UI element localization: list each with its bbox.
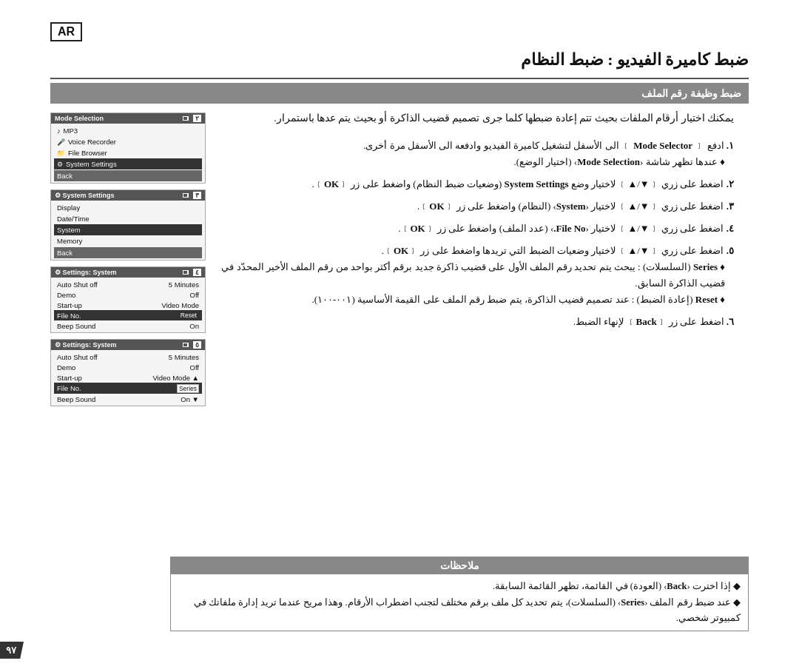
step-num-4: ٥: [193, 341, 201, 349]
device-screen-4: ⚙ Settings: System ٥ Auto Shut off 5 Min…: [50, 339, 206, 406]
step-4: ٤. اضغط على زري ﹝▼/▲﹞ لاختيار ‹File No.›…: [213, 221, 734, 237]
menu-voice: 🎤 Voice Recorder: [54, 136, 202, 147]
menu-back-1: Back: [54, 170, 202, 181]
notes-line-1: ◆ إذا اخترت ‹Back› (العودة) في القائمة، …: [178, 579, 741, 594]
menu-mp3: ♪ MP3: [54, 125, 202, 136]
fileno-label-3: File No.: [57, 312, 81, 320]
row-autoshutoff-3: Auto Shut off 5 Minutes: [54, 279, 202, 289]
folder-icon: 📁: [57, 149, 65, 157]
screen1-body: ♪ MP3 🎤 Voice Recorder 📁 File Browser ⚙ …: [51, 124, 205, 183]
device-header-4: ⚙ Settings: System ٥: [51, 340, 205, 350]
step-6: ٦. اضغط على زر ﹝Back﹞ لإنهاء الضبط.: [213, 314, 734, 330]
section-header-text: ضبط وظيفة رقم الملف: [641, 87, 742, 100]
fileno-val-3: Reset: [178, 312, 199, 320]
intro-text: يمكنك اختيار أرقام الملفات بحيث تتم إعاد…: [213, 110, 734, 127]
row-startup-3: Start-up Video Mode: [54, 300, 202, 310]
row-startup-4: Start-up Video Mode ▲: [54, 372, 202, 383]
row-demo-4: Demo Off: [54, 362, 202, 372]
batt-icon-3: [182, 269, 189, 275]
mem-icon-2: [173, 192, 181, 198]
startup-val-4: Video Mode ▲: [152, 374, 199, 382]
autoshutoff-val-3: 5 Minutes: [169, 280, 199, 289]
menu-back-2: Back: [54, 247, 202, 258]
device-screen-2: ⚙ System Settings ٣ Display Date/Time Sy…: [50, 189, 206, 261]
beep-label-3: Beep Sound: [57, 322, 95, 330]
screen4-title: ⚙ Settings: System: [55, 341, 117, 349]
step-5-sub1: ♦ Series (السلسلات) : يبحث يتم تحديد رقم…: [213, 259, 734, 292]
autoshutoff-val-4: 5 Minutes: [169, 353, 199, 361]
screen1-title: Mode Selection: [55, 115, 104, 122]
step-2: ٢. اضغط على زري ﹝▼/▲﹞ لاختيار وضع System…: [213, 176, 734, 192]
menu-memory: Memory: [54, 235, 202, 246]
beep-val-3: On: [189, 322, 199, 330]
step-num-1: ٢: [193, 115, 201, 122]
step-6-line: ٦. اضغط على زر ﹝Back﹞ لإنهاء الضبط.: [213, 314, 734, 330]
beep-label-4: Beep Sound: [57, 395, 95, 403]
batt-icon: [182, 115, 189, 121]
fileno-label-4: File No.: [57, 384, 81, 393]
title-divider: [50, 78, 749, 79]
row-fileno-3: File No. Reset: [54, 310, 202, 320]
startup-label-3: Start-up: [57, 301, 82, 309]
mem-icon-3: [173, 269, 181, 275]
mem-icon: [173, 115, 181, 121]
screen3-title: ⚙ Settings: System: [55, 269, 117, 276]
step-3: ٣. اضغط على زري ﹝▼/▲﹞ لاختيار ‹System› (…: [213, 198, 734, 215]
menu-datetime: Date/Time: [54, 213, 202, 224]
row-fileno-4: File No. Series: [54, 383, 202, 394]
startup-label-4: Start-up: [57, 374, 82, 382]
batt-icon-2: [182, 192, 189, 198]
autoshutoff-label-4: Auto Shut off: [57, 353, 98, 361]
music-icon: ♪: [57, 127, 61, 135]
menu-display: Display: [54, 202, 202, 213]
notes-line-2: ◆ عند ضبط رقم الملف ‹Series› (السلسلات)،…: [178, 595, 741, 627]
step-2-line: ٢. اضغط على زري ﹝▼/▲﹞ لاختيار وضع System…: [213, 176, 734, 192]
menu-system-settings: ⚙ System Settings: [54, 158, 202, 169]
screen3-body: Auto Shut off 5 Minutes Demo Off Start-u…: [51, 278, 205, 332]
device-screen-1: Mode Selection ٢ ♪ MP3 🎤 Voice Recorder …: [50, 112, 206, 184]
row-autoshutoff-4: Auto Shut off 5 Minutes: [54, 352, 202, 362]
step-3-line: ٣. اضغط على زري ﹝▼/▲﹞ لاختيار ‹System› (…: [213, 198, 734, 215]
menu-system: System: [54, 224, 202, 235]
step-1-line: ١. ادفع ﹝ Mode Selector ﹞ الى الأسفل لتش…: [213, 138, 734, 154]
page-number: ٩٧: [0, 642, 24, 659]
notes-header: ملاحظات: [171, 557, 748, 574]
page-title: ضبط كاميرة الفيديو : ضبط النظام: [50, 50, 749, 70]
screen4-body: Auto Shut off 5 Minutes Demo Off Start-u…: [51, 350, 205, 406]
beep-val-4: On ▼: [181, 395, 199, 403]
settings-icon: ⚙: [57, 161, 63, 168]
screen2-title: ⚙ System Settings: [55, 192, 115, 199]
startup-val-3: Video Mode: [161, 301, 199, 309]
batt-icon-4: [182, 342, 189, 348]
mem-icon-4: [173, 342, 181, 348]
autoshutoff-label-3: Auto Shut off: [57, 280, 98, 289]
row-beep-3: Beep Sound On: [54, 320, 202, 331]
device-header-2: ⚙ System Settings ٣: [51, 190, 205, 201]
demo-val-4: Off: [190, 363, 200, 372]
mic-icon: 🎤: [57, 138, 65, 146]
demo-label-4: Demo: [57, 363, 75, 372]
device-header-3: ⚙ Settings: System ٤: [51, 267, 205, 278]
step-1: ١. ادفع ﹝ Mode Selector ﹞ الى الأسفل لتش…: [213, 138, 734, 170]
step-1-sub: ♦ عندها تظهر شاشة ‹Mode Selection› (اختي…: [213, 154, 734, 170]
section-header-bar: ضبط وظيفة رقم الملف: [50, 83, 749, 104]
step-4-line: ٤. اضغط على زري ﹝▼/▲﹞ لاختيار ‹File No.›…: [213, 221, 734, 237]
row-demo-3: Demo Off: [54, 289, 202, 300]
step-num-3: ٤: [193, 269, 201, 276]
step-5-line: ٥. اضغط على زري ﹝▼/▲﹞ لاختيار وضعيات الض…: [213, 243, 734, 259]
step-num-2: ٣: [193, 192, 201, 199]
menu-browser: 📁 File Browser: [54, 147, 202, 158]
step-5-sub2: ♦ Reset (إعادة الضبط) : عند تصميم قضيب ا…: [213, 292, 734, 308]
step-5: ٥. اضغط على زري ﹝▼/▲﹞ لاختيار وضعيات الض…: [213, 243, 734, 308]
screen2-body: Display Date/Time System Memory Back: [51, 201, 205, 260]
device-header-1: Mode Selection ٢: [51, 113, 205, 124]
fileno-val-4: Series: [177, 384, 199, 393]
row-beep-4: Beep Sound On ▼: [54, 394, 202, 404]
ar-badge: AR: [50, 22, 82, 41]
device-screen-3: ⚙ Settings: System ٤ Auto Shut off 5 Min…: [50, 266, 206, 333]
notes-body: ◆ إذا اخترت ‹Back› (العودة) في القائمة، …: [171, 574, 748, 631]
notes-box: ملاحظات ◆ إذا اخترت ‹Back› (العودة) في ا…: [170, 557, 749, 631]
demo-val-3: Off: [190, 291, 200, 299]
demo-label-3: Demo: [57, 291, 75, 299]
